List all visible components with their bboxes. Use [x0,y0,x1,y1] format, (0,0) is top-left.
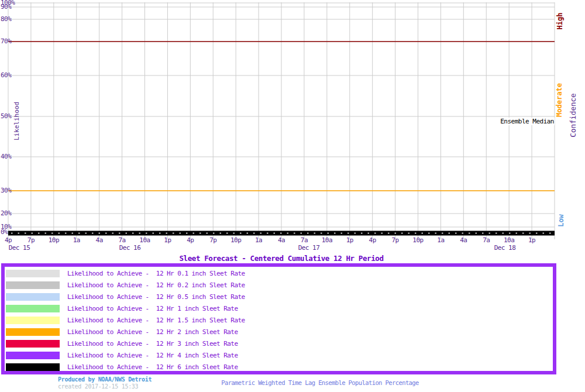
x-tick-label: 10a [504,236,514,244]
y-tick-label: 50% [1,114,11,119]
legend-swatch [6,305,60,312]
x-tick-label: 7p [391,236,398,244]
x-date-label: Dec 17 [298,244,320,252]
legend-swatch [6,363,60,371]
legend-label: Likelihood to Achieve - 12 Hr 6 inch Sle… [67,363,238,371]
y-axis-title: Likelihood [13,102,20,140]
legend-rows: Likelihood to Achieve - 12 Hr 0.1 inch S… [5,267,553,373]
x-tick-label: 10p [412,236,423,244]
x-tick-label: 7a [118,236,125,244]
y-tick-label: 20% [1,211,11,216]
y-tick-label: 30% [1,188,11,194]
legend-label: Likelihood to Achieve - 12 Hr 2 inch Sle… [67,328,238,336]
x-tick-label: 10a [322,236,332,244]
y-tick-label: 40% [1,154,11,160]
footer-method-label: Parametric Weighted Time Lag Ensemble Po… [174,379,466,386]
confidence-low-label: Low [557,214,565,227]
x-date-label: Dec 15 [9,244,30,252]
legend-row: Likelihood to Achieve - 12 Hr 2 inch Sle… [5,326,553,338]
legend-row: Likelihood to Achieve - 12 Hr 6 inch Sle… [5,361,553,373]
legend-label: Likelihood to Achieve - 12 Hr 4 inch Sle… [67,352,238,359]
legend-swatch [6,270,60,277]
legend-label: Likelihood to Achieve - 12 Hr 0.2 inch S… [67,281,245,289]
x-tick-label: 7a [483,236,490,244]
legend-row: Likelihood to Achieve - 12 Hr 4 inch Sle… [5,349,553,361]
ensemble-median-label: Ensemble Median [500,118,555,125]
x-tick-label: 1a [255,236,262,244]
y-tick-label: 80% [1,16,11,22]
x-tick-label: 4a [96,236,103,244]
x-date-label: Dec 18 [494,244,516,252]
legend-swatch [6,281,60,289]
legend-swatch [6,328,60,336]
x-tick-label: 4p [187,236,194,244]
footer-created-timestamp: created 2017-12-15 15:33 [58,383,138,390]
x-tick-label: 1a [73,236,80,244]
legend-label: Likelihood to Achieve - 12 Hr 0.5 inch S… [67,293,245,301]
x-tick-label: 1p [164,236,171,244]
legend-row: Likelihood to Achieve - 12 Hr 0.2 inch S… [5,279,553,291]
legend-label: Likelihood to Achieve - 12 Hr 1.5 inch S… [67,317,245,324]
x-tick-label: 7p [209,236,216,244]
x-tick-label: 4a [460,236,467,244]
confidence-moderate-label: Moderate [555,83,563,117]
legend-row: Likelihood to Achieve - 12 Hr 0.1 inch S… [5,267,553,279]
x-tick-label: 10p [49,236,59,244]
legend-label: Likelihood to Achieve - 12 Hr 3 inch Sle… [67,340,238,348]
right-axis-title: Confidence [569,93,577,137]
legend-label: Likelihood to Achieve - 12 Hr 0.1 inch S… [67,270,245,277]
legend-swatch [6,352,60,359]
sleet-forecast-chart-page: 100%90%80%70%60%50%40%30%20%10%0% 4p7p10… [0,0,585,392]
legend-swatch [6,293,60,301]
x-tick-label: 1p [346,236,353,244]
legend-row: Likelihood to Achieve - 12 Hr 1.5 inch S… [5,314,553,326]
x-tick-label: 7p [27,236,35,244]
x-tick-label: 1a [437,236,444,244]
legend-box: Likelihood to Achieve - 12 Hr 0.1 inch S… [1,263,556,374]
legend-label: Likelihood to Achieve - 12 Hr 1 inch Sle… [67,305,238,312]
legend-row: Likelihood to Achieve - 12 Hr 3 inch Sle… [5,338,553,349]
footer-produced-by: Produced by NOAA/NWS Detroit [58,376,152,383]
chart-title: Sleet Forecast - Centered Cumulative 12 … [8,254,555,263]
x-date-label: Dec 16 [119,244,141,252]
legend-swatch [6,340,60,348]
y-tick-label: 60% [1,73,11,78]
legend-swatch [6,317,60,324]
y-tick-label: 90% [1,4,11,10]
confidence-high-label: High [556,13,564,30]
x-tick-label: 4a [278,236,285,244]
legend-row: Likelihood to Achieve - 12 Hr 1 inch Sle… [5,302,553,314]
x-tick-label: 4p [5,236,12,244]
y-tick-label: 0% [1,229,8,235]
legend-row: Likelihood to Achieve - 12 Hr 0.5 inch S… [5,291,553,302]
chart-plot-area [0,0,585,252]
x-tick-label: 10p [230,236,241,244]
y-tick-label: 70% [1,39,11,44]
x-tick-label: 7a [301,236,308,244]
x-tick-label: 4p [369,236,376,244]
x-tick-label: 1p [528,236,535,244]
x-tick-label: 10a [139,236,150,244]
